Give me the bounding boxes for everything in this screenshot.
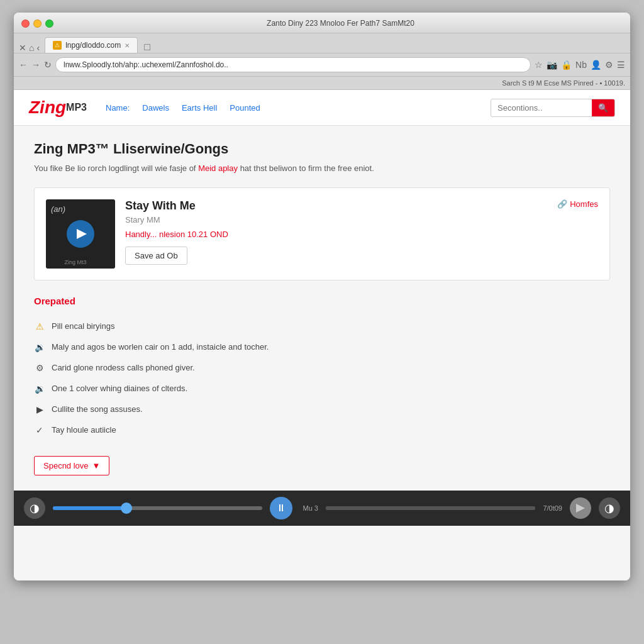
window-title: Zanto Diny 223 Mnoloo Fer Path7 SamMt20 xyxy=(58,19,623,28)
check-icon: ✓ xyxy=(34,424,45,437)
addr-forward-icon[interactable]: → xyxy=(31,60,40,70)
thumb-logo-text: Zing Mt3 xyxy=(65,259,97,265)
player-time-total: 7/0t09 xyxy=(543,504,562,512)
bookmark-icon[interactable]: ☆ xyxy=(535,60,543,70)
close-icon[interactable]: ✕ xyxy=(19,43,26,53)
play-triangle-icon xyxy=(77,229,87,239)
page-desc-text: You fike Be lio rorch logdlingt will wie… xyxy=(34,164,196,173)
list-item: 🔉 One 1 colver whing diaines of clterds. xyxy=(34,379,610,399)
site-nav: Name: Dawels Earts Hell Pounted xyxy=(106,103,260,113)
list-item: ⚠ Pill encal biryings xyxy=(34,316,610,337)
list-item: ⚙ Carid glone nrodess calls phoned giver… xyxy=(34,358,610,379)
progress-bar-right[interactable] xyxy=(326,506,535,510)
site-logo: Zing MP3 xyxy=(29,97,87,118)
tab-label: lnpg/dloddo.com xyxy=(65,41,121,50)
shield-icon[interactable]: 🔒 xyxy=(561,60,572,70)
page-body: Zing MP3™ Lliserwine/Gongs You fike Be l… xyxy=(14,126,630,491)
progress-fill-right xyxy=(326,506,535,510)
maximize-button[interactable] xyxy=(45,19,53,28)
list-item: ▶ Cullite the song assuses. xyxy=(34,399,610,420)
title-bar: Zanto Diny 223 Mnoloo Fer Path7 SamMt20 xyxy=(14,13,630,33)
secondary-bar: Sarch S t9 M Ecse MS Pinred - • 10019. xyxy=(14,77,630,90)
progress-fill xyxy=(53,506,126,510)
play-icon: ▶ xyxy=(34,403,45,416)
half-circle-icon: ◑ xyxy=(30,501,40,515)
thumb-text: (an) xyxy=(51,204,65,214)
feature-text-2: Carid glone nrodess calls phoned giver. xyxy=(52,362,195,374)
tab-bar: ✕ ⌂ ‹ ⚠ lnpg/dloddo.com ✕ □ xyxy=(14,33,630,53)
addr-right-icons: ☆ 📷 🔒 Nb 👤 ⚙ ☰ xyxy=(535,60,625,70)
addr-back-icon[interactable]: ← xyxy=(19,60,28,70)
address-input[interactable] xyxy=(55,57,531,72)
section-title: Orepated xyxy=(34,296,610,306)
feature-text-5: Tay hloule autiicle xyxy=(52,424,116,436)
site-search-box: 🔍 xyxy=(491,99,615,117)
song-info: Stay With Me Stary MM Handly... nlesion … xyxy=(125,199,547,265)
progress-thumb[interactable] xyxy=(121,502,132,514)
page-desc-suffix: hat thst beliwon to firm the free eniot. xyxy=(240,164,374,173)
nav-item-dawels[interactable]: Dawels xyxy=(142,103,169,113)
tab-close-icon[interactable]: ✕ xyxy=(125,42,130,49)
browser-tab[interactable]: ⚠ lnpg/dloddo.com ✕ xyxy=(45,37,138,53)
page-title: Zing MP3™ Lliserwine/Gongs xyxy=(34,141,610,157)
addr-refresh-icon[interactable]: ↻ xyxy=(44,60,52,70)
home-icon[interactable]: ⌂ xyxy=(29,43,34,53)
player-time-current: Mu 3 xyxy=(303,504,318,512)
homfes-label: Homfes xyxy=(570,199,598,209)
specna-dropdown-icon: ▼ xyxy=(92,461,101,470)
play-button[interactable] xyxy=(67,220,94,248)
song-thumbnail[interactable]: (an) Zing Mt3 xyxy=(46,199,115,269)
logo-zing-text: Zing xyxy=(29,97,66,118)
addr-nav-icons: ← → ↻ xyxy=(19,60,52,70)
half-circle-right-icon: ◑ xyxy=(604,501,614,515)
camera-icon[interactable]: 📷 xyxy=(547,60,557,70)
extension2-icon[interactable]: 👤 xyxy=(591,60,601,70)
content-area: Zing MP3 Name: Dawels Earts Hell Pounted… xyxy=(14,90,630,580)
feature-list: ⚠ Pill encal biryings 🔉 Maly and agos be… xyxy=(34,316,610,441)
new-tab-button[interactable]: □ xyxy=(140,42,154,53)
nav-item-name[interactable]: Name: xyxy=(106,103,130,113)
logo-mp3-text: MP3 xyxy=(66,102,87,113)
homfes-link[interactable]: 🔗 Homfes xyxy=(557,199,598,209)
feature-text-0: Pill encal biryings xyxy=(52,320,114,333)
song-card: (an) Zing Mt3 Stay With Me Stary MM Hand… xyxy=(34,187,610,280)
player-pause-button[interactable]: ⏸ xyxy=(270,497,292,519)
volume-icon: 🔉 xyxy=(34,341,45,354)
nav-item-pounted[interactable]: Pounted xyxy=(230,103,260,113)
pause-icon: ⏸ xyxy=(276,502,286,514)
specna-btn-label: Specnd love xyxy=(43,461,89,470)
secondary-bar-text: Sarch S t9 M Ecse MS Pinred - • 10019. xyxy=(502,79,625,87)
feature-text-3: One 1 colver whing diaines of clterds. xyxy=(52,382,187,395)
player-left-button[interactable]: ◑ xyxy=(24,497,45,519)
browser-nav-icons: ✕ ⌂ ‹ xyxy=(19,43,40,53)
song-quality: Handly... nlesion 10.21 OND xyxy=(125,230,547,239)
list-item: ✓ Tay hloule autiicle xyxy=(34,420,610,441)
volume2-icon: 🔉 xyxy=(34,382,45,396)
traffic-lights xyxy=(21,19,53,28)
minimize-button[interactable] xyxy=(33,19,42,28)
menu-icon[interactable]: ☰ xyxy=(617,60,625,70)
player-right-icon-button[interactable]: ◑ xyxy=(599,497,620,519)
specna-button[interactable]: Specnd love ▼ xyxy=(34,456,109,475)
back-icon[interactable]: ‹ xyxy=(36,43,40,53)
page-desc-link[interactable]: Meid aplay xyxy=(198,164,238,173)
address-bar: ← → ↻ ☆ 📷 🔒 Nb 👤 ⚙ ☰ xyxy=(14,53,630,77)
gear-icon: ⚙ xyxy=(34,362,45,375)
site-header: Zing MP3 Name: Dawels Earts Hell Pounted… xyxy=(14,90,630,126)
close-button[interactable] xyxy=(21,19,30,28)
song-title: Stay With Me xyxy=(125,199,547,213)
page-description: You fike Be lio rorch logdlingt will wie… xyxy=(34,162,610,175)
extension3-icon[interactable]: ⚙ xyxy=(605,60,613,70)
list-item: 🔉 Maly and agos be worlen cair on 1 add,… xyxy=(34,337,610,358)
site-search-button[interactable]: 🔍 xyxy=(592,99,614,116)
tab-favicon: ⚠ xyxy=(53,41,62,50)
player-bar: ◑ ⏸ Mu 3 7/0t09 ◑ xyxy=(14,491,630,526)
progress-bar[interactable] xyxy=(53,506,262,510)
homfes-icon: 🔗 xyxy=(557,199,567,209)
feature-text-1: Maly and agos be worlen cair on 1 add, i… xyxy=(52,341,269,353)
extension1-icon[interactable]: Nb xyxy=(575,60,587,70)
nav-item-earts[interactable]: Earts Hell xyxy=(182,103,217,113)
site-search-input[interactable] xyxy=(491,100,592,116)
save-button[interactable]: Save ad Ob xyxy=(125,247,187,265)
player-right-button[interactable] xyxy=(570,497,591,519)
